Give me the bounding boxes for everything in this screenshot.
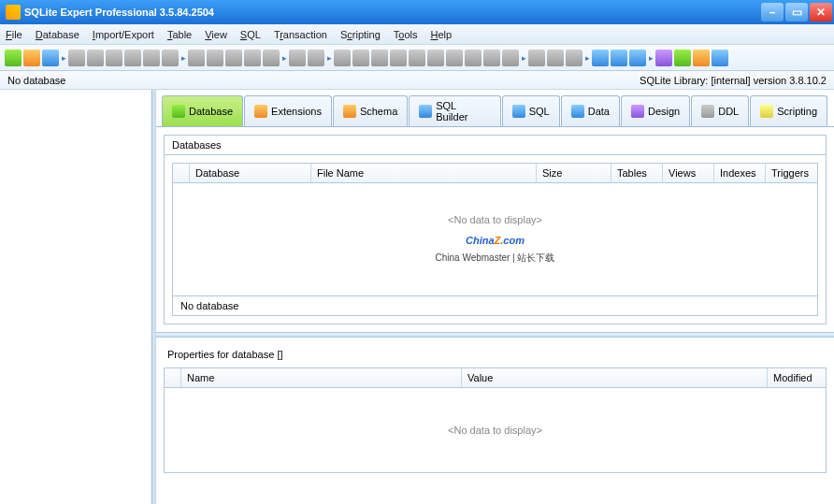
- tab-label: Scripting: [777, 106, 817, 117]
- col-name[interactable]: Name: [181, 368, 462, 387]
- tx-begin-icon[interactable]: [528, 50, 545, 66]
- tab-extensions[interactable]: Extensions: [244, 95, 332, 126]
- watermark-sub: China Webmaster | 站长下载: [435, 252, 554, 265]
- watermark: <No data to display> ChinaZ.com China We…: [435, 214, 554, 265]
- tab-label: SQL Builder: [436, 100, 491, 122]
- menu-table[interactable]: Table: [167, 29, 192, 40]
- nav-last-icon[interactable]: [390, 50, 407, 66]
- execute-line-icon[interactable]: [611, 50, 627, 66]
- undo-icon[interactable]: [244, 50, 261, 66]
- database-icon: [172, 105, 185, 118]
- grid-header: Database File Name Size Tables Views Ind…: [173, 164, 817, 183]
- menu-tools[interactable]: Tools: [394, 29, 418, 40]
- schema-icon: [343, 105, 356, 118]
- tab-design[interactable]: Design: [621, 95, 690, 126]
- toolbar-separator: ▸: [180, 49, 186, 67]
- tx-rollback-icon[interactable]: [566, 50, 582, 66]
- menu-file[interactable]: File: [6, 29, 22, 40]
- export-icon[interactable]: [308, 50, 324, 66]
- no-data-text: <No data to display>: [448, 425, 542, 436]
- record-del-icon[interactable]: [427, 50, 444, 66]
- paste-icon[interactable]: [207, 50, 223, 66]
- execute-icon[interactable]: [592, 50, 609, 66]
- record-cancel-icon[interactable]: [483, 50, 500, 66]
- col-database[interactable]: Database: [190, 164, 311, 182]
- view-del-icon[interactable]: [162, 50, 179, 66]
- menu-transaction[interactable]: Transaction: [274, 29, 327, 40]
- menu-help[interactable]: Help: [430, 29, 452, 40]
- extensions-icon: [254, 105, 267, 118]
- toolbar-separator: ▸: [521, 49, 526, 67]
- col-modified[interactable]: Modified: [768, 368, 826, 387]
- tab-sql[interactable]: SQL: [502, 95, 560, 126]
- tab-schema[interactable]: Schema: [333, 95, 408, 126]
- col-triggers[interactable]: Triggers: [766, 164, 817, 182]
- no-data-text: <No data to display>: [448, 214, 542, 225]
- import-icon[interactable]: [289, 50, 306, 66]
- menu-scripting[interactable]: Scripting: [340, 29, 381, 40]
- col-tables[interactable]: Tables: [611, 164, 663, 182]
- tab-label: SQL: [529, 106, 550, 117]
- watermark-brand: ChinaZ.com: [466, 225, 525, 250]
- grid-body: <No data to display>: [165, 388, 826, 472]
- view-edit-icon[interactable]: [143, 50, 160, 66]
- status-left: No database: [7, 75, 65, 86]
- copy-icon[interactable]: [188, 50, 205, 66]
- about-icon[interactable]: [712, 50, 728, 66]
- databases-grid: Database File Name Size Tables Views Ind…: [172, 163, 818, 316]
- refresh-icon[interactable]: [502, 50, 519, 66]
- scripting-icon: [760, 105, 773, 118]
- tab-label: Database: [189, 106, 233, 117]
- cut-icon[interactable]: [225, 50, 242, 66]
- tab-label: Schema: [360, 106, 397, 117]
- minimize-button[interactable]: –: [761, 3, 784, 22]
- table-edit-icon[interactable]: [87, 50, 104, 66]
- new-db-icon[interactable]: [5, 50, 22, 66]
- menu-import-export[interactable]: Import/Export: [93, 29, 154, 40]
- db-icon[interactable]: [42, 50, 59, 66]
- ddl-icon: [701, 105, 714, 118]
- plugin-icon[interactable]: [674, 50, 691, 66]
- toolbar-separator: ▸: [326, 49, 332, 67]
- col-filename[interactable]: File Name: [311, 164, 537, 182]
- maximize-button[interactable]: ▭: [785, 3, 808, 22]
- view-add-icon[interactable]: [124, 50, 141, 66]
- col-indexes[interactable]: Indexes: [714, 164, 766, 182]
- help-icon[interactable]: [693, 50, 710, 66]
- tab-sql-builder[interactable]: SQL Builder: [409, 95, 500, 126]
- menu-sql[interactable]: SQL: [240, 29, 261, 40]
- open-db-icon[interactable]: [23, 50, 40, 66]
- properties-grid: Name Value Modified <No data to display>: [164, 367, 827, 473]
- record-add-icon[interactable]: [409, 50, 425, 66]
- col-value[interactable]: Value: [462, 368, 768, 387]
- horizontal-splitter[interactable]: [156, 332, 834, 338]
- menu-database[interactable]: Database: [36, 29, 79, 40]
- properties-panel: Properties for database [] Name Value Mo…: [164, 345, 827, 473]
- table-del-icon[interactable]: [106, 50, 122, 66]
- tab-scripting[interactable]: Scripting: [750, 95, 827, 126]
- nav-next-icon[interactable]: [371, 50, 388, 66]
- design-icon: [631, 105, 644, 118]
- redo-icon[interactable]: [263, 50, 280, 66]
- tab-data[interactable]: Data: [561, 95, 620, 126]
- window-title: SQLite Expert Professional 3.5.84.2504: [24, 7, 761, 18]
- menu-view[interactable]: View: [205, 29, 227, 40]
- sidebar-tree[interactable]: [0, 90, 152, 504]
- tab-label: Extensions: [271, 106, 322, 117]
- grid-header: Name Value Modified: [165, 368, 826, 388]
- record-save-icon[interactable]: [465, 50, 482, 66]
- explain-icon[interactable]: [629, 50, 646, 66]
- close-button[interactable]: ✕: [810, 3, 832, 22]
- tab-database[interactable]: Database: [162, 95, 243, 126]
- nav-prev-icon[interactable]: [352, 50, 369, 66]
- toolbar-separator: ▸: [61, 49, 66, 67]
- tx-commit-icon[interactable]: [547, 50, 564, 66]
- tab-ddl[interactable]: DDL: [691, 95, 749, 126]
- app-icon: [6, 5, 21, 20]
- col-size[interactable]: Size: [537, 164, 611, 182]
- nav-first-icon[interactable]: [334, 50, 351, 66]
- settings-icon[interactable]: [655, 50, 672, 66]
- record-edit-icon[interactable]: [446, 50, 463, 66]
- table-add-icon[interactable]: [68, 50, 85, 66]
- col-views[interactable]: Views: [663, 164, 714, 182]
